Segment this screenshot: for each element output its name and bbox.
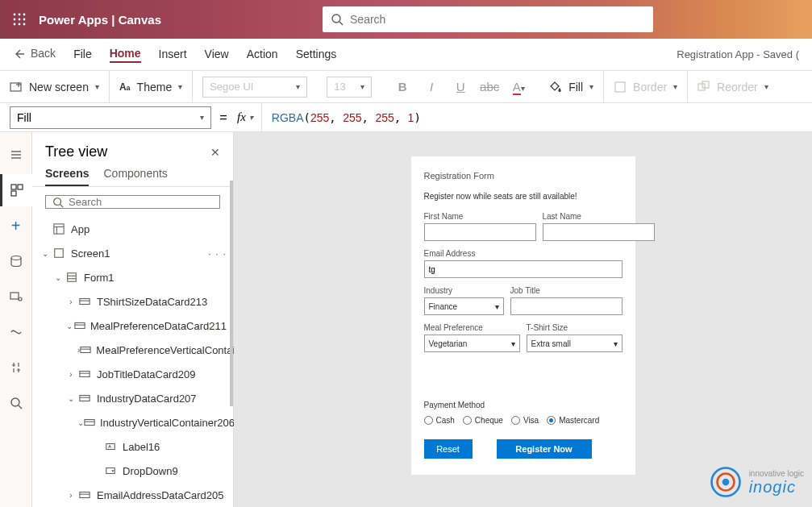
tree-node[interactable]: App <box>32 217 233 241</box>
reorder-button[interactable]: Reorder▾ <box>688 71 778 102</box>
twist-icon[interactable]: › <box>65 491 77 500</box>
menu-bar: Back File Home Insert View Action Settin… <box>0 39 812 71</box>
italic-icon[interactable]: I <box>420 80 443 94</box>
first-name-input[interactable] <box>424 223 536 241</box>
rail-tree-icon[interactable] <box>0 174 32 206</box>
tree-node[interactable]: ⌄IndustryDataCard207 <box>32 386 233 410</box>
payment-option[interactable]: Visa <box>511 416 539 425</box>
tree-node[interactable]: ›TShirtSizeDataCard213 <box>32 289 233 314</box>
global-search[interactable] <box>323 6 653 32</box>
fx-label[interactable]: fx ▾ <box>235 103 262 131</box>
first-name-label: First Name <box>424 212 536 221</box>
tree-node[interactable]: ⌄Form1 <box>32 265 233 289</box>
menu-file[interactable]: File <box>73 48 92 62</box>
property-select[interactable]: Fill▾ <box>10 106 211 129</box>
industry-select[interactable]: Finance▾ <box>424 297 504 315</box>
svg-rect-43 <box>80 372 90 377</box>
close-icon[interactable]: ✕ <box>210 146 220 159</box>
form-title: Registration Form <box>424 171 623 181</box>
menu-insert[interactable]: Insert <box>159 48 187 62</box>
payment-option[interactable]: Mastercard <box>547 416 599 425</box>
twist-icon[interactable]: ⌄ <box>52 273 65 282</box>
payment-label: Payment Method <box>424 401 623 409</box>
svg-line-27 <box>19 405 22 409</box>
fill-button[interactable]: Fill▾ <box>539 71 604 102</box>
svg-rect-34 <box>68 273 77 282</box>
back-button[interactable]: Back <box>13 47 56 63</box>
menu-settings[interactable]: Settings <box>296 48 337 62</box>
twist-icon[interactable]: ⌄ <box>39 249 52 258</box>
last-name-input[interactable] <box>543 223 655 241</box>
product-name: Power Apps | Canvas <box>39 13 161 27</box>
menu-home[interactable]: Home <box>110 47 141 63</box>
payment-option[interactable]: Cash <box>424 416 455 425</box>
card-icon <box>77 296 92 307</box>
twist-icon[interactable]: ⌄ <box>65 394 77 403</box>
tree-node[interactable]: DropDown9 <box>32 459 233 483</box>
radio-icon <box>463 416 472 425</box>
tree-node[interactable]: ⌄Screen1· · · <box>32 241 233 265</box>
font-select[interactable]: Segoe UI▾ <box>202 77 307 98</box>
search-input[interactable] <box>350 13 645 26</box>
more-icon[interactable]: · · · <box>208 247 227 260</box>
tree-node[interactable]: ›EmailAddressDataCard205 <box>32 483 233 507</box>
registration-form: Registration Form Register now while sea… <box>411 156 635 475</box>
register-button[interactable]: Register Now <box>497 439 592 459</box>
card-icon <box>84 417 95 428</box>
rail-search-icon[interactable] <box>0 387 32 419</box>
tree-node-label: MealPreferenceVerticalContainer <box>96 344 250 356</box>
email-input[interactable] <box>424 260 623 278</box>
payment-option[interactable]: Cheque <box>463 416 503 425</box>
email-label: Email Address <box>424 249 623 258</box>
tree-node[interactable]: ›JobTitleDataCard209 <box>32 362 233 386</box>
svg-rect-16 <box>702 81 709 88</box>
job-input[interactable] <box>510 297 623 315</box>
strike-icon[interactable]: abc <box>478 80 501 94</box>
scrollbar[interactable] <box>230 181 233 406</box>
fontsize-select[interactable]: 13▾ <box>327 77 372 98</box>
border-button[interactable]: Border▾ <box>604 71 688 102</box>
menu-view[interactable]: View <box>205 48 229 62</box>
svg-point-1 <box>19 14 21 16</box>
twist-icon[interactable]: ⌄ <box>65 322 74 330</box>
waffle-icon[interactable] <box>0 0 39 39</box>
twist-icon[interactable]: › <box>65 370 77 379</box>
underline-icon[interactable]: U <box>449 80 472 94</box>
tshirt-select[interactable]: Extra small▾ <box>527 335 623 352</box>
tree-node[interactable]: ⌄MealPreferenceDataCard211 <box>32 314 233 338</box>
rail-media-icon[interactable] <box>0 281 32 313</box>
card-icon <box>77 368 92 380</box>
left-rail: + <box>0 132 32 507</box>
tree-node-label: TShirtSizeDataCard213 <box>97 296 207 308</box>
tree-node[interactable]: ⌄IndustryVerticalContainer206 <box>32 410 233 434</box>
rail-insert-icon[interactable]: + <box>0 210 32 242</box>
svg-rect-51 <box>80 492 90 498</box>
twist-icon[interactable]: ⌄ <box>77 418 84 427</box>
tab-screens[interactable]: Screens <box>45 167 89 186</box>
rail-tools-icon[interactable] <box>0 351 32 384</box>
tree-node[interactable]: ›MealPreferenceVerticalContainer <box>32 338 233 362</box>
canvas: Registration Form Register now while sea… <box>234 132 812 507</box>
formula-value[interactable]: RGBA(255, 255, 255, 1) <box>262 111 421 124</box>
newscreen-button[interactable]: New screen▾ <box>0 71 110 102</box>
tree-search[interactable] <box>45 195 220 209</box>
svg-line-29 <box>60 204 64 207</box>
tree-search-input[interactable] <box>69 196 213 208</box>
tree-node-label: Label16 <box>123 441 160 453</box>
fontcolor-icon[interactable]: A▾ <box>507 80 530 94</box>
meal-select[interactable]: Vegetarian▾ <box>424 335 520 352</box>
menu-action[interactable]: Action <box>247 48 278 62</box>
tree-root: App⌄Screen1· · ·⌄Form1›TShirtSizeDataCar… <box>32 217 233 507</box>
reset-button[interactable]: Reset <box>424 439 473 459</box>
rail-hamburger-icon[interactable] <box>0 139 32 171</box>
logo-icon <box>709 465 743 499</box>
twist-icon[interactable]: › <box>65 297 77 306</box>
tab-components[interactable]: Components <box>103 167 167 186</box>
card-icon <box>77 393 92 404</box>
theme-button[interactable]: Aa Theme▾ <box>110 71 193 102</box>
rail-data-icon[interactable] <box>0 245 32 277</box>
back-label: Back <box>31 47 56 61</box>
tree-node[interactable]: Label16 <box>32 434 233 459</box>
rail-flow-icon[interactable] <box>0 316 32 348</box>
bold-icon[interactable]: B <box>391 80 414 94</box>
